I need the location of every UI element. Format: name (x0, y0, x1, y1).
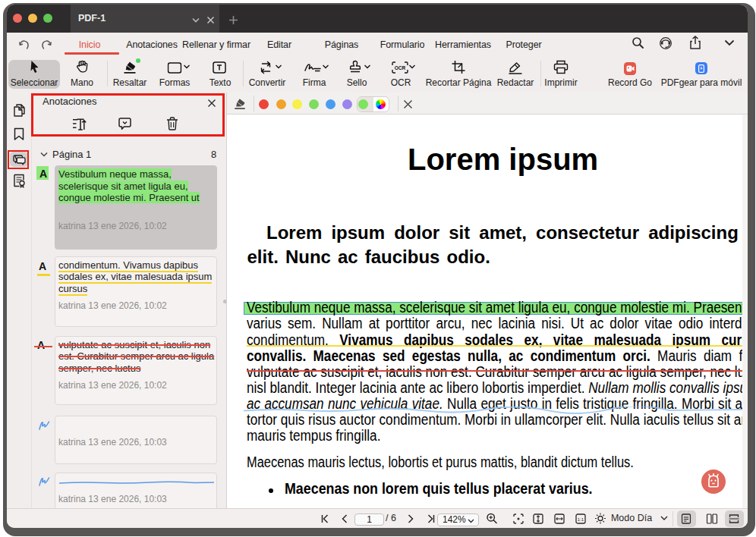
svg-text:1:1: 1:1 (578, 517, 584, 522)
svg-text:OCR: OCR (395, 65, 406, 71)
